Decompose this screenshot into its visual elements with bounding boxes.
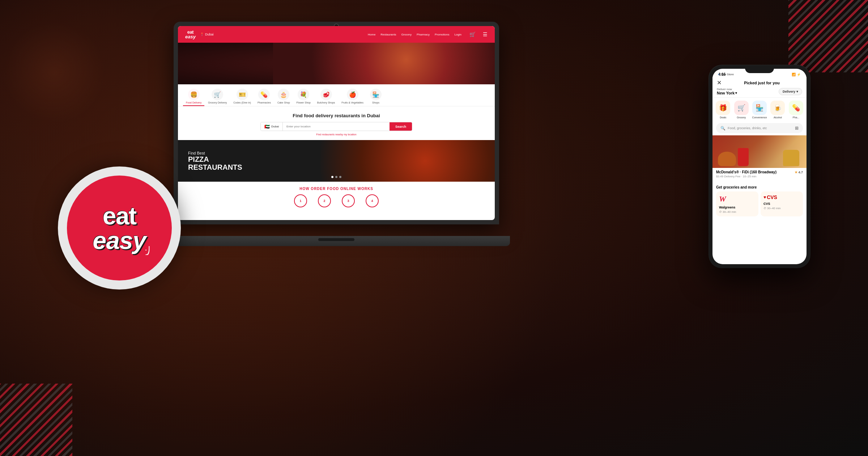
deliver-now-label: Deliver now: [717, 88, 737, 91]
wifi-icon: 📶: [792, 73, 796, 76]
nearby-link[interactable]: Find restaurants nearby my location: [185, 133, 488, 136]
groceries-title: Get groceries and more: [716, 185, 803, 189]
cat-pharmacies[interactable]: 💊 Pharmacies: [255, 87, 274, 106]
search-button[interactable]: Search: [390, 122, 412, 131]
walgreens-logo: W: [719, 194, 756, 204]
search-bar-placeholder: Food, groceries, drinks, etc: [728, 126, 793, 130]
site-banner: Find Best PIZZA RESTAURANTS: [178, 140, 495, 182]
cat-flower-shop-label: Flower Shop: [297, 101, 311, 104]
logo-easy-text: easy: [93, 228, 146, 253]
cvs-name: CVS: [763, 202, 800, 206]
restaurant-card[interactable]: McDonald's® · FiDi (160 Broadway) ★ 4.7 …: [712, 135, 807, 180]
star-icon: ★: [795, 170, 797, 174]
nav-home[interactable]: Home: [368, 33, 375, 36]
banner-find-text: Find Best: [188, 151, 242, 155]
cat-flower-shop[interactable]: 💐 Flower Shop: [294, 87, 314, 106]
phone-cat-convenience[interactable]: 🏪 Convenience: [751, 101, 768, 119]
flower-shop-icon: 💐: [298, 89, 309, 100]
logo-circle-inner: eat easy: [67, 176, 172, 280]
phone-app-header: ✕ Picked just for you Deliver now New Yo…: [712, 78, 807, 98]
app-store-label: App Store: [721, 73, 734, 76]
cat-codes-dine-in[interactable]: 🎫 Codes (Dine in): [230, 87, 254, 106]
search-input[interactable]: [283, 122, 390, 131]
logo-eat-text: eat: [103, 203, 136, 228]
restaurant-info: McDonald's® · FiDi (160 Broadway) ★ 4.7 …: [712, 168, 807, 180]
picked-for-you-title: Picked just for you: [722, 81, 802, 85]
phone-search-bar[interactable]: 🔍 Food, groceries, drinks, etc ⊞: [716, 123, 803, 133]
cat-grocery-delivery[interactable]: 🛒 Grocery Delivery: [205, 87, 230, 106]
grocery-delivery-icon: 🛒: [212, 89, 223, 100]
laptop-device: eat easy 📍 Dubai Home Restaurants Grocer…: [174, 22, 499, 246]
nav-login[interactable]: Login: [454, 33, 461, 36]
cart-icon[interactable]: 🛒: [469, 31, 476, 37]
phone-cat-deals[interactable]: 🎁 Deals: [715, 101, 731, 119]
battery-icon: ⚡: [797, 73, 801, 76]
filter-icon[interactable]: ⊞: [795, 126, 799, 131]
cat-shops[interactable]: 🏪 Shops: [367, 87, 384, 106]
step-1: 1: [294, 194, 307, 207]
step-4: 4: [366, 194, 379, 207]
hamburger-menu-icon[interactable]: ☰: [483, 31, 488, 37]
convenience-label: Convenience: [752, 116, 767, 119]
phone-cat-pharmacy[interactable]: 💊 Pha...: [788, 101, 804, 119]
laptop-base: [163, 236, 510, 246]
cat-fruits-veg[interactable]: 🍎 Fruits & Vegetables: [339, 87, 366, 106]
search-row: 🇦🇪 Dubai Search: [260, 122, 412, 131]
nav-restaurants[interactable]: Restaurants: [380, 33, 396, 36]
cat-food-delivery[interactable]: 🍔 Food Delivery: [183, 87, 204, 106]
cat-grocery-delivery-label: Grocery Delivery: [208, 101, 227, 104]
nav-promotions[interactable]: Promotions: [435, 33, 449, 36]
burger-shape: [718, 152, 736, 166]
deliver-city: New York ▾: [717, 91, 737, 95]
walgreens-card[interactable]: W Walgreens ⏱ 30–40 min: [716, 191, 758, 216]
restaurant-name-row: McDonald's® · FiDi (160 Broadway) ★ 4.7: [716, 170, 803, 174]
nav-grocery[interactable]: Grocery: [401, 33, 411, 36]
grocery-cat-label: Grocery: [737, 116, 746, 119]
cat-shops-label: Shops: [372, 101, 379, 104]
search-country-label: Dubai: [271, 125, 279, 128]
clock-icon: ⏱: [719, 210, 722, 214]
dot-1: [331, 176, 333, 178]
banner-title-line1: PIZZA: [188, 155, 242, 163]
site-categories: 🍔 Food Delivery 🛒 Grocery Delivery 🎫 Cod…: [178, 84, 495, 106]
cvs-time-value: 30–40 min: [767, 207, 780, 210]
city-name: New York: [717, 91, 735, 95]
cvs-card[interactable]: ♥ CVS CVS ⏱ 30–40 min: [761, 191, 803, 216]
alcohol-label: Alcohol: [774, 116, 782, 119]
cvs-time: ⏱ 30–40 min: [763, 207, 800, 210]
cake-shop-icon: 🎂: [278, 89, 289, 100]
hero-pizza-image: [273, 43, 495, 84]
search-country[interactable]: 🇦🇪 Dubai: [261, 122, 283, 131]
nav-pharmacy[interactable]: Pharmacy: [417, 33, 430, 36]
walgreens-time: ⏱ 30–40 min: [719, 210, 756, 214]
cat-pharmacies-label: Pharmacies: [258, 101, 271, 104]
stripe-decoration-top-right: [788, 0, 868, 72]
phone-cat-alcohol[interactable]: 🍺 Alcohol: [769, 101, 786, 119]
phone-deliver-info: Deliver now New York ▾: [717, 88, 737, 95]
rating-value: 4.7: [798, 170, 803, 174]
cvs-heart-icon: ♥: [763, 195, 766, 200]
cat-food-delivery-label: Food Delivery: [186, 101, 201, 104]
app-store-bar: ‹ App Store: [718, 72, 734, 76]
cat-butchery-shops[interactable]: 🥩 Butchery Shops: [314, 87, 338, 106]
cat-cake-shop[interactable]: 🎂 Cake Shop: [275, 87, 293, 106]
phone-cat-grocery[interactable]: 🛒 Grocery: [733, 101, 749, 119]
step-1-circle: 1: [294, 194, 307, 207]
cvs-text: CVS: [767, 194, 777, 200]
pharmacy-icon: 💊: [258, 89, 270, 100]
close-button[interactable]: ✕: [717, 79, 722, 86]
banner-title-line2: RESTAURANTS: [188, 163, 242, 171]
phone-categories: 🎁 Deals 🛒 Grocery 🏪 Convenience 🍺 Alcoho…: [712, 98, 807, 122]
cat-codes-label: Codes (Dine in): [233, 101, 251, 104]
delivery-time: 10–25 min: [743, 175, 756, 178]
cvs-clock-icon: ⏱: [763, 207, 766, 210]
fries-shape: [783, 150, 799, 166]
delivery-mode-button[interactable]: Delivery ▾: [779, 88, 802, 95]
cat-fruits-label: Fruits & Vegetables: [341, 101, 363, 104]
drink-shape: [738, 148, 749, 166]
site-logo: eat easy: [185, 30, 196, 39]
codes-icon: 🎫: [237, 89, 248, 100]
phone-top-row: ✕ Picked just for you: [717, 79, 802, 86]
how-it-works-title: HOW ORDER FOOD ONLINE WORKS: [185, 187, 488, 191]
phone-screen: ‹ App Store 4:16 📶 ⚡ ✕ Picked just for y…: [712, 69, 807, 264]
